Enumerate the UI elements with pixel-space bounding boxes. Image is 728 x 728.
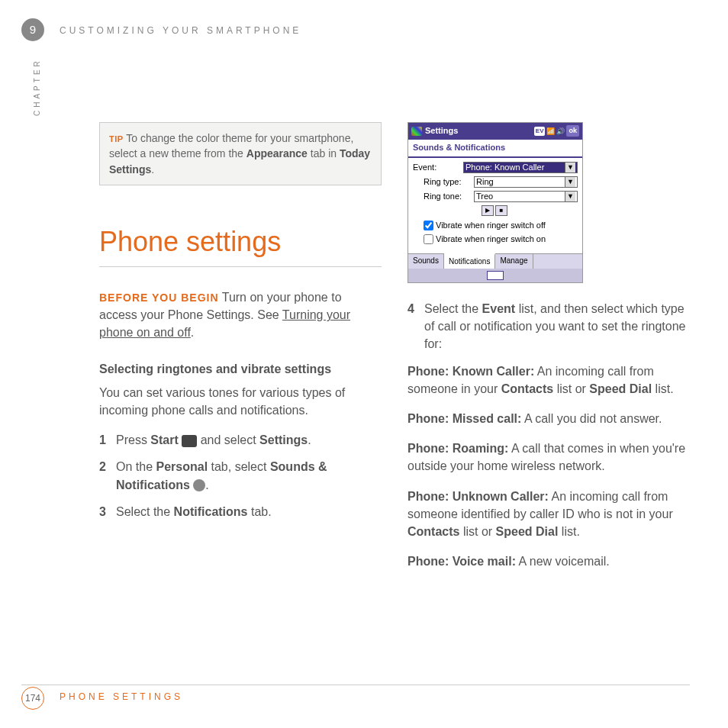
step-4: 4 Select the Event list, and then select… <box>407 300 690 353</box>
ringtype-label: Ring type: <box>413 176 471 188</box>
step-2: 2 On the Personal tab, select Sounds & N… <box>99 458 382 493</box>
ok-button[interactable]: ok <box>566 125 579 137</box>
left-column: TIP To change the color theme for your s… <box>99 122 382 659</box>
signal-icon <box>546 125 555 137</box>
ss-tabs: Sounds Notifications Manage <box>408 253 582 269</box>
device-screenshot: Settings EV ok Sounds & Notifications Ev… <box>407 122 583 283</box>
vibrate-off-checkbox[interactable]: Vibrate when ringer switch off <box>413 220 578 232</box>
before-you-begin: BEFORE YOU BEGIN Turn on your phone to a… <box>99 288 382 342</box>
footer-rule <box>21 685 690 685</box>
ss-bottombar <box>408 269 582 282</box>
stop-button[interactable]: ■ <box>495 205 507 216</box>
step-3: 3 Select the Notifications tab. <box>99 503 382 520</box>
tab-notifications[interactable]: Notifications <box>444 253 495 269</box>
page-number: 174 <box>21 687 44 710</box>
tab-sounds[interactable]: Sounds <box>408 254 444 269</box>
start-icon <box>182 435 197 447</box>
definitions: Phone: Known Caller: An incoming call fr… <box>407 362 690 571</box>
event-label: Event: <box>413 162 460 174</box>
right-column: Settings EV ok Sounds & Notifications Ev… <box>407 122 690 659</box>
chapter-title: CUSTOMIZING YOUR SMARTPHONE <box>60 24 301 37</box>
ringtone-dropdown[interactable]: Treo▼ <box>474 191 578 202</box>
section-heading: Phone settings <box>99 222 382 267</box>
chapter-label-vertical: CHAPTER <box>32 58 43 116</box>
speaker-icon <box>193 479 205 491</box>
ringtype-dropdown[interactable]: Ring▼ <box>474 176 578 188</box>
ss-subtitle: Sounds & Notifications <box>408 140 582 158</box>
footer-title: PHONE SETTINGS <box>60 691 183 704</box>
tip-box: TIP To change the color theme for your s… <box>99 122 382 185</box>
ss-titlebar: Settings EV ok <box>408 123 582 140</box>
tab-manage[interactable]: Manage <box>495 254 533 269</box>
keyboard-icon[interactable] <box>487 271 504 280</box>
step-1: 1 Press Start and select Settings. <box>99 431 382 449</box>
chevron-down-icon: ▼ <box>565 163 575 172</box>
sub-heading: Selecting ringtones and vibrate settings <box>99 360 382 378</box>
volume-icon <box>556 125 565 137</box>
intro-paragraph: You can set various tones for various ty… <box>99 384 382 419</box>
status-ev-icon: EV <box>534 127 546 136</box>
event-dropdown[interactable]: Phone: Known Caller▼ <box>463 162 578 173</box>
vibrate-on-checkbox[interactable]: Vibrate when ringer switch on <box>413 234 578 246</box>
before-label: BEFORE YOU BEGIN <box>99 292 219 304</box>
play-button[interactable]: ▶ <box>482 205 494 216</box>
windows-flag-icon <box>411 127 422 136</box>
chevron-down-icon: ▼ <box>565 192 575 201</box>
chapter-number-badge: 9 <box>21 18 44 41</box>
ss-title: Settings <box>425 125 531 137</box>
ringtone-label: Ring tone: <box>413 191 471 203</box>
tip-label: TIP <box>109 134 124 143</box>
chevron-down-icon: ▼ <box>565 177 575 187</box>
